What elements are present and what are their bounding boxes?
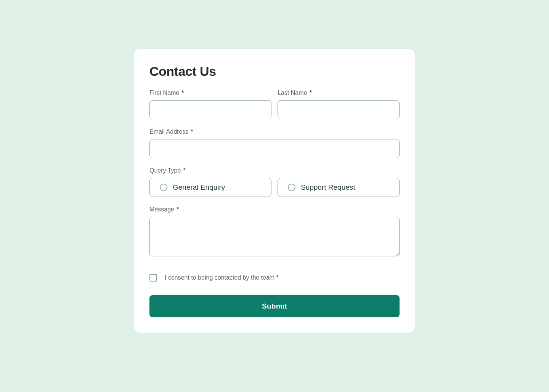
required-mark: * — [177, 206, 179, 213]
last-name-label: Last Name* — [278, 90, 400, 96]
last-name-field: Last Name* — [278, 90, 400, 119]
consent-row: I consent to being contacted by the team… — [149, 274, 400, 282]
page-title: Contact Us — [149, 64, 400, 79]
last-name-input[interactable] — [278, 100, 400, 119]
first-name-input[interactable] — [149, 100, 271, 119]
name-row: First Name* Last Name* — [149, 90, 400, 119]
radio-label: General Enquiry — [173, 183, 225, 192]
required-mark: * — [276, 274, 278, 281]
submit-button[interactable]: Submit — [149, 295, 400, 317]
email-label: Email Address* — [149, 128, 400, 135]
query-type-option-general[interactable]: General Enquiry — [149, 178, 271, 197]
message-input[interactable] — [149, 217, 400, 256]
radio-icon — [160, 184, 167, 191]
message-field: Message* — [149, 206, 400, 258]
first-name-label: First Name* — [149, 90, 271, 96]
message-label: Message* — [149, 206, 400, 213]
consent-label[interactable]: I consent to being contacted by the team… — [165, 274, 278, 281]
email-field: Email Address* — [149, 128, 400, 158]
radio-label: Support Request — [301, 183, 355, 192]
required-mark: * — [309, 90, 311, 96]
required-mark: * — [191, 128, 193, 135]
email-input[interactable] — [149, 139, 400, 158]
query-type-options: General Enquiry Support Request — [149, 178, 400, 197]
consent-checkbox[interactable] — [149, 274, 157, 282]
query-type-label: Query Type* — [149, 167, 400, 174]
radio-icon — [288, 184, 295, 191]
contact-form-card: Contact Us First Name* Last Name* Email … — [134, 49, 415, 333]
query-type-option-support[interactable]: Support Request — [278, 178, 400, 197]
required-mark: * — [183, 167, 185, 174]
required-mark: * — [181, 90, 184, 96]
query-type-field: Query Type* General Enquiry Support Requ… — [149, 167, 400, 197]
first-name-field: First Name* — [149, 90, 271, 119]
